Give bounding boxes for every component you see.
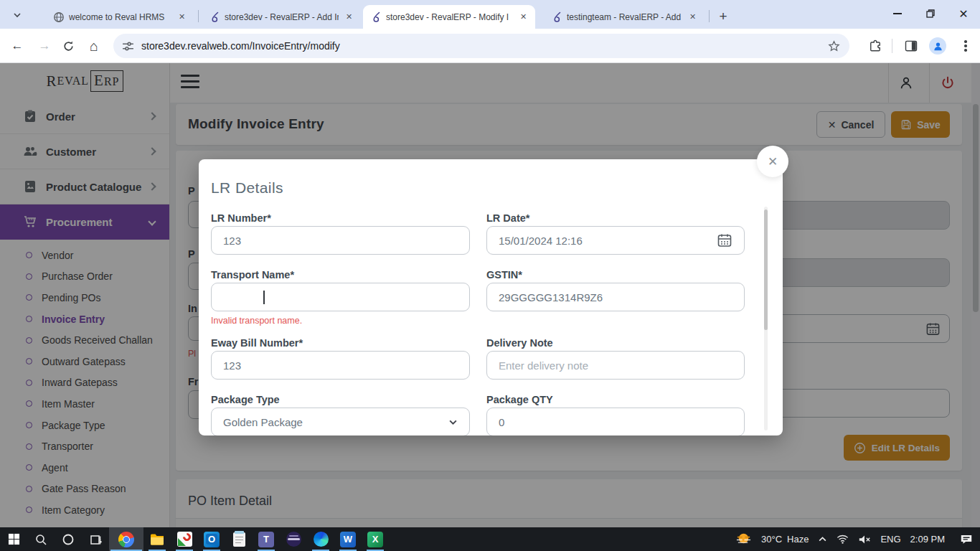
browser-tab-strip: welcome to Reval HRMS ✕ store3dev - Reva… — [0, 0, 980, 29]
extensions-icon[interactable] — [868, 39, 882, 53]
field-label: GSTIN* — [486, 269, 522, 281]
taskbar-file-explorer-icon[interactable] — [143, 527, 171, 551]
field-label: LR Number* — [211, 212, 271, 224]
tab-title: store3dev - RevalERP - Add Inv — [225, 12, 339, 22]
lr-details-modal: LR Details LR Number* LR Date* 15/01/202… — [199, 159, 783, 435]
window-minimize-button[interactable] — [881, 0, 914, 27]
reload-icon[interactable] — [60, 37, 77, 55]
tab-reval-hrms[interactable]: welcome to Reval HRMS ✕ — [46, 5, 194, 29]
new-tab-button[interactable]: + — [714, 7, 732, 26]
tab-modify-invoice-active[interactable]: store3dev - RevalERP - Modify I ✕ — [363, 5, 535, 29]
calendar-icon[interactable] — [717, 232, 732, 248]
profile-avatar[interactable] — [929, 37, 946, 55]
taskbar-edge-icon[interactable] — [307, 527, 334, 551]
lr-date-input[interactable]: 15/01/2024 12:16 — [486, 226, 745, 255]
globe-favicon-icon — [53, 11, 65, 23]
field-label: Transport Name* — [211, 269, 294, 281]
side-panel-icon[interactable] — [904, 39, 918, 53]
taskbar-search-icon[interactable] — [27, 527, 55, 551]
delivery-note-input[interactable] — [486, 351, 745, 380]
field-label: LR Date* — [486, 212, 529, 224]
tab-separator — [709, 10, 710, 22]
taskbar-word-icon[interactable]: W — [334, 527, 362, 551]
package-qty-input[interactable] — [486, 408, 745, 435]
kebab-menu-icon[interactable] — [962, 38, 969, 54]
modal-close-button[interactable]: ✕ — [757, 146, 788, 177]
transport-name-input[interactable] — [211, 283, 470, 311]
field-label: Package Type — [211, 394, 280, 405]
window-restore-button[interactable] — [914, 0, 947, 27]
taskbar-chrome-icon[interactable] — [109, 527, 143, 551]
taskbar-teams-icon[interactable]: T — [253, 527, 280, 551]
field-label: Package QTY — [486, 394, 553, 405]
modal-title: LR Details — [211, 179, 283, 197]
cortana-icon[interactable] — [55, 527, 82, 551]
volume-muted-icon[interactable] — [858, 534, 871, 545]
transport-name-error: Invalid transport name. — [211, 316, 302, 326]
forward-icon[interactable]: → — [36, 37, 53, 55]
site-settings-icon[interactable] — [122, 40, 134, 52]
system-tray: 30°C Haze ENG 2:09 PM — [735, 527, 980, 551]
weather-haze-icon[interactable] — [735, 531, 752, 547]
address-bar[interactable]: store3dev.revalweb.com/InvoiceEntry/modi… — [113, 34, 849, 58]
tray-chevron-up-icon[interactable] — [818, 534, 827, 544]
taskbar-tortoise-app-icon[interactable] — [171, 527, 198, 551]
window-close-button[interactable]: ✕ — [947, 0, 980, 27]
wifi-icon[interactable] — [837, 534, 849, 545]
package-type-select[interactable]: Golden Package — [211, 408, 470, 435]
taskbar-outlook-icon[interactable]: O — [198, 527, 225, 551]
field-label: Delivery Note — [486, 337, 553, 349]
bookmark-star-icon[interactable] — [827, 39, 841, 53]
windows-taskbar: O T W X 30° — [0, 527, 980, 551]
tab-search-chevron-icon[interactable] — [7, 6, 27, 24]
tab-title: testingteam - RevalERP - Add V — [567, 12, 682, 22]
chevron-down-icon — [448, 418, 458, 427]
tab-close-icon[interactable]: ✕ — [687, 11, 699, 23]
text-cursor — [263, 291, 265, 304]
revalerp-favicon-icon — [209, 11, 220, 23]
browser-toolbar: ← → ⌂ store3dev.revalweb.com/InvoiceEntr… — [0, 29, 980, 63]
tray-weather-condition[interactable]: Haze — [787, 534, 809, 545]
field-label: Eway Bill Number* — [211, 337, 303, 349]
tray-language[interactable]: ENG — [880, 534, 900, 545]
tab-separator — [198, 10, 199, 22]
task-view-icon[interactable] — [82, 527, 109, 551]
tab-close-icon[interactable]: ✕ — [176, 11, 188, 23]
url-text[interactable]: store3dev.revalweb.com/InvoiceEntry/modi… — [141, 40, 827, 52]
home-icon[interactable]: ⌂ — [85, 37, 103, 55]
back-icon[interactable]: ← — [9, 37, 26, 55]
eway-bill-input[interactable] — [211, 351, 470, 380]
taskbar-notepad-icon[interactable] — [225, 527, 253, 551]
tab-add-invoice[interactable]: store3dev - RevalERP - Add Inv ✕ — [202, 5, 361, 29]
gstin-input[interactable] — [486, 283, 745, 311]
tab-title: welcome to Reval HRMS — [69, 12, 171, 22]
toolbar-divider — [892, 39, 892, 53]
tray-clock[interactable]: 2:09 PM — [910, 534, 945, 545]
lr-number-input[interactable] — [211, 226, 470, 255]
taskbar-eclipse-icon[interactable] — [280, 527, 307, 551]
tray-temperature[interactable]: 30°C — [761, 534, 782, 545]
tab-add-vendor[interactable]: testingteam - RevalERP - Add V ✕ — [544, 5, 705, 29]
tab-close-icon[interactable]: ✕ — [343, 11, 355, 23]
revalerp-favicon-icon — [551, 11, 562, 23]
revalerp-favicon-icon — [370, 11, 382, 23]
modal-scrollbar-thumb[interactable] — [764, 209, 768, 330]
tab-close-icon[interactable]: ✕ — [517, 11, 529, 23]
tab-title: store3dev - RevalERP - Modify I — [386, 12, 513, 22]
action-center-icon[interactable] — [960, 533, 973, 545]
start-button[interactable] — [0, 527, 27, 551]
taskbar-excel-icon[interactable]: X — [362, 527, 389, 551]
